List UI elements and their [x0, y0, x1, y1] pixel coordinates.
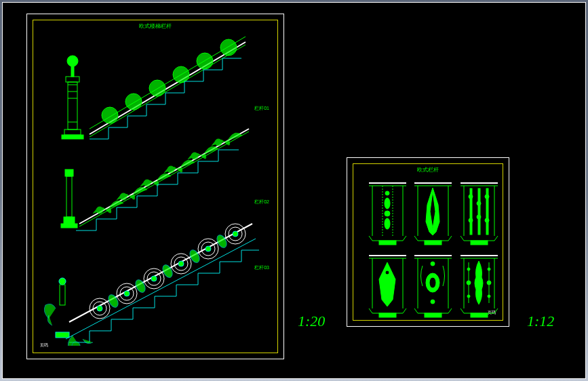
- svg-point-48: [97, 306, 102, 311]
- svg-point-58: [215, 233, 229, 249]
- svg-point-67: [385, 218, 390, 229]
- svg-point-29: [191, 153, 198, 159]
- svg-point-94: [385, 270, 389, 275]
- svg-rect-1: [71, 66, 74, 77]
- rail-label-2: 栏杆02: [254, 199, 269, 205]
- svg-rect-70: [379, 241, 396, 245]
- sheet-a-drawing: 栏杆01 栏杆02 栏杆03: [39, 34, 272, 344]
- svg-rect-20: [66, 176, 72, 217]
- svg-line-35: [66, 239, 256, 339]
- drawing-sheet-b[interactable]: 欧式栏杆 页码: [347, 157, 509, 327]
- baluster-panel-5: [414, 256, 452, 317]
- svg-rect-81: [478, 188, 480, 235]
- svg-point-102: [431, 262, 435, 266]
- svg-point-51: [178, 261, 184, 266]
- svg-point-0: [67, 56, 78, 66]
- svg-rect-95: [379, 313, 396, 317]
- svg-point-57: [188, 248, 201, 264]
- svg-point-50: [151, 276, 157, 281]
- stair-railing-2: [61, 129, 249, 230]
- svg-rect-21: [64, 217, 75, 224]
- sheet-b-drawing: [359, 178, 497, 312]
- svg-rect-75: [425, 241, 442, 245]
- svg-line-18: [90, 37, 246, 129]
- svg-point-103: [431, 300, 435, 304]
- baluster-panel-3: [460, 183, 498, 245]
- svg-point-25: [96, 207, 103, 214]
- stair-railing-3: [44, 224, 259, 346]
- baluster-panel-4: [369, 256, 406, 317]
- svg-rect-19: [65, 169, 73, 176]
- svg-point-101: [429, 277, 436, 288]
- svg-point-27: [144, 180, 151, 186]
- svg-point-86: [469, 218, 473, 222]
- svg-point-30: [215, 139, 222, 146]
- svg-point-83: [469, 195, 473, 199]
- scale-label-b: 1:12: [527, 313, 554, 330]
- svg-line-24: [79, 132, 249, 226]
- rail-label-1: 栏杆01: [254, 105, 269, 112]
- svg-point-66: [385, 211, 390, 216]
- svg-rect-33: [56, 332, 69, 338]
- svg-point-56: [161, 263, 174, 279]
- svg-point-64: [385, 191, 389, 195]
- svg-point-88: [485, 218, 489, 222]
- rail-label-3: 栏杆03: [254, 264, 269, 271]
- sheet-border-a: 欧式楼梯栏杆 页码 栏杆01 栏杆02 栏杆03: [33, 20, 278, 353]
- baluster-panel-2: [414, 183, 452, 245]
- sheet-b-title: 欧式栏杆: [353, 166, 503, 174]
- svg-point-52: [205, 246, 211, 252]
- baluster-panel-6: [460, 256, 498, 317]
- svg-rect-2: [66, 77, 79, 82]
- cad-canvas[interactable]: 欧式楼梯栏杆 页码 栏杆01 栏杆02 栏杆03: [2, 2, 586, 379]
- svg-point-85: [485, 195, 489, 199]
- svg-point-87: [477, 215, 481, 219]
- svg-point-65: [385, 198, 390, 209]
- svg-point-53: [233, 231, 238, 237]
- stair-railings-drawing: [39, 34, 275, 346]
- svg-point-28: [168, 166, 174, 173]
- scale-label-a: 1:20: [298, 313, 325, 330]
- svg-rect-104: [425, 313, 442, 317]
- svg-rect-9: [62, 135, 83, 139]
- baluster-panels-drawing: [359, 178, 507, 323]
- svg-point-31: [59, 278, 66, 285]
- svg-rect-8: [64, 129, 81, 135]
- drawing-sheet-a[interactable]: 欧式楼梯栏杆 页码 栏杆01 栏杆02 栏杆03: [26, 14, 284, 359]
- svg-point-26: [120, 193, 127, 200]
- stair-railing-1: [62, 37, 246, 139]
- svg-rect-89: [471, 241, 488, 245]
- svg-rect-22: [61, 224, 77, 228]
- svg-point-49: [124, 291, 130, 296]
- svg-point-84: [477, 201, 481, 205]
- sheet-a-title: 欧式楼梯栏杆: [33, 22, 277, 30]
- sheet-border-b: 欧式栏杆 页码: [353, 163, 503, 321]
- baluster-panel-1: [369, 183, 406, 245]
- svg-rect-117: [471, 313, 488, 317]
- svg-rect-32: [60, 285, 65, 305]
